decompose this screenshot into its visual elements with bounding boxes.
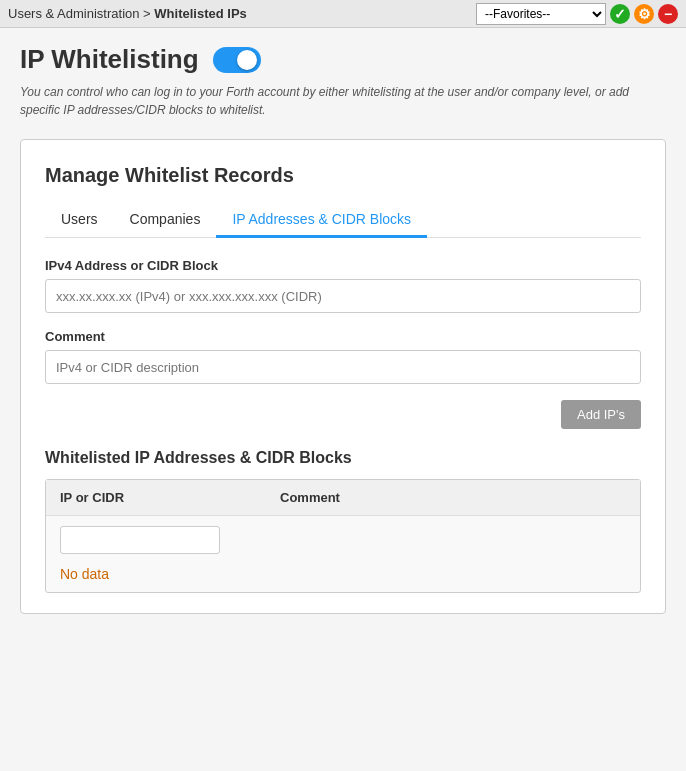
toggle-track — [213, 47, 261, 73]
table-search-input[interactable] — [60, 526, 220, 554]
tab-bar: Users Companies IP Addresses & CIDR Bloc… — [45, 203, 641, 238]
close-icon-button[interactable]: − — [658, 4, 678, 24]
breadcrumb-separator: > — [140, 6, 155, 21]
manage-whitelist-card: Manage Whitelist Records Users Companies… — [20, 139, 666, 614]
top-bar: Users & Administration > Whitelisted IPs… — [0, 0, 686, 28]
add-ips-button[interactable]: Add IP's — [561, 400, 641, 429]
page-title: IP Whitelisting — [20, 44, 199, 75]
tab-companies[interactable]: Companies — [114, 203, 217, 238]
ip-whitelisting-toggle[interactable] — [213, 47, 261, 73]
comment-input[interactable] — [45, 350, 641, 384]
page-description: You can control who can log in to your F… — [20, 83, 666, 119]
page-content: IP Whitelisting You can control who can … — [0, 28, 686, 771]
breadcrumb: Users & Administration > Whitelisted IPs — [8, 6, 247, 21]
comment-field-group: Comment — [45, 329, 641, 384]
favorites-dropdown[interactable]: --Favorites-- — [476, 3, 606, 25]
top-bar-right: --Favorites-- ✓ ⚙ − — [476, 3, 678, 25]
whitelist-table: IP or CIDR Comment No data — [45, 479, 641, 593]
add-icon-button[interactable]: ✓ — [610, 4, 630, 24]
table-header: IP or CIDR Comment — [46, 480, 640, 516]
table-body: No data — [46, 516, 640, 592]
col-header-comment: Comment — [280, 490, 626, 505]
ipv4-field-group: IPv4 Address or CIDR Block — [45, 258, 641, 313]
breadcrumb-current: Whitelisted IPs — [154, 6, 246, 21]
whitelist-section-title: Whitelisted IP Addresses & CIDR Blocks — [45, 449, 641, 467]
ipv4-input[interactable] — [45, 279, 641, 313]
col-header-ip: IP or CIDR — [60, 490, 280, 505]
tab-ip-addresses[interactable]: IP Addresses & CIDR Blocks — [216, 203, 427, 238]
toggle-thumb — [237, 50, 257, 70]
card-title: Manage Whitelist Records — [45, 164, 641, 187]
no-data-label: No data — [60, 566, 626, 582]
breadcrumb-base: Users & Administration — [8, 6, 140, 21]
comment-label: Comment — [45, 329, 641, 344]
tab-users[interactable]: Users — [45, 203, 114, 238]
page-title-row: IP Whitelisting — [20, 44, 666, 75]
settings-icon-button[interactable]: ⚙ — [634, 4, 654, 24]
ipv4-label: IPv4 Address or CIDR Block — [45, 258, 641, 273]
